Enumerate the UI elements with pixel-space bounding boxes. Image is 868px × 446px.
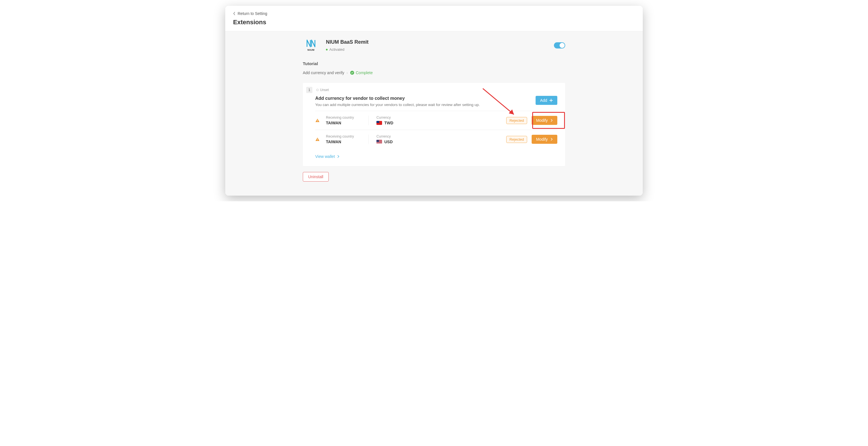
status-dot-icon bbox=[326, 49, 328, 50]
country-label: Receiving country bbox=[326, 135, 357, 138]
status-label: Activated bbox=[329, 47, 344, 52]
status-badge: Rejected bbox=[506, 117, 527, 124]
svg-rect-2 bbox=[317, 139, 318, 140]
logo-text: NIUM bbox=[308, 48, 315, 51]
warning-icon bbox=[315, 137, 320, 141]
check-circle-icon bbox=[350, 71, 354, 75]
extension-name: NIUM BaaS Remit bbox=[326, 39, 369, 45]
modify-button[interactable]: Modify bbox=[532, 116, 557, 125]
status-badge: Rejected bbox=[506, 136, 527, 143]
chevron-left-icon bbox=[233, 12, 235, 15]
flag-taiwan-icon bbox=[376, 121, 382, 125]
tutorial-label: Tutorial bbox=[303, 59, 565, 70]
activation-toggle[interactable] bbox=[554, 42, 565, 48]
window: Return to Setting Extensions NIUM NIUM B… bbox=[225, 6, 643, 196]
currency-row: Receiving country TAIWAN Currency USD Re… bbox=[315, 130, 557, 148]
nium-logo-icon bbox=[306, 39, 316, 47]
country-label: Receiving country bbox=[326, 115, 357, 119]
extension-header: NIUM NIUM BaaS Remit Activated bbox=[303, 31, 565, 59]
svg-rect-0 bbox=[317, 120, 318, 121]
card-description: You can add multiple currencies for your… bbox=[315, 103, 480, 107]
svg-rect-3 bbox=[317, 140, 318, 141]
return-link[interactable]: Return to Setting bbox=[233, 11, 267, 16]
view-wallet-link[interactable]: View wallet bbox=[315, 154, 339, 159]
unset-ring-icon bbox=[316, 89, 318, 91]
chevron-right-icon bbox=[337, 155, 339, 158]
currency-label: Currency bbox=[376, 115, 495, 119]
plus-icon bbox=[550, 99, 553, 102]
modify-button[interactable]: Modify bbox=[532, 135, 557, 144]
content: NIUM NIUM BaaS Remit Activated Tutorial … bbox=[225, 31, 643, 196]
currency-row: Receiving country TAIWAN Currency TWD Re… bbox=[315, 111, 557, 130]
currency-label: Currency bbox=[376, 135, 495, 138]
chevron-right-icon bbox=[551, 138, 553, 141]
add-button[interactable]: Add bbox=[535, 96, 557, 105]
step-number: 1 bbox=[306, 87, 312, 93]
currency-value: USD bbox=[376, 140, 495, 144]
breadcrumb: Add currency and verify › Complete bbox=[303, 70, 565, 75]
country-value: TAIWAN bbox=[326, 140, 357, 144]
extension-logo: NIUM bbox=[303, 39, 319, 51]
warning-icon bbox=[315, 118, 320, 122]
breadcrumb-step: Add currency and verify bbox=[303, 70, 344, 75]
chevron-right-icon: › bbox=[346, 70, 348, 75]
tutorial-section: Tutorial Add currency and verify › Compl… bbox=[303, 59, 565, 166]
svg-rect-1 bbox=[317, 121, 318, 122]
card-title: Add currency for vendor to collect money bbox=[315, 96, 480, 101]
footer-section: Uninstall bbox=[303, 172, 565, 181]
uninstall-button[interactable]: Uninstall bbox=[303, 172, 329, 181]
currency-value: TWD bbox=[376, 121, 495, 125]
country-value: TAIWAN bbox=[326, 121, 357, 125]
breadcrumb-complete: Complete bbox=[350, 70, 373, 75]
chevron-right-icon bbox=[551, 119, 553, 122]
extension-status: Activated bbox=[326, 47, 369, 52]
header: Return to Setting Extensions bbox=[225, 6, 643, 31]
step-card: 1 Unset Add currency for vendor to colle… bbox=[303, 83, 565, 166]
step-status: Unset bbox=[316, 88, 329, 92]
page-title: Extensions bbox=[233, 19, 635, 26]
flag-usa-icon bbox=[376, 140, 382, 144]
return-label: Return to Setting bbox=[238, 11, 267, 16]
